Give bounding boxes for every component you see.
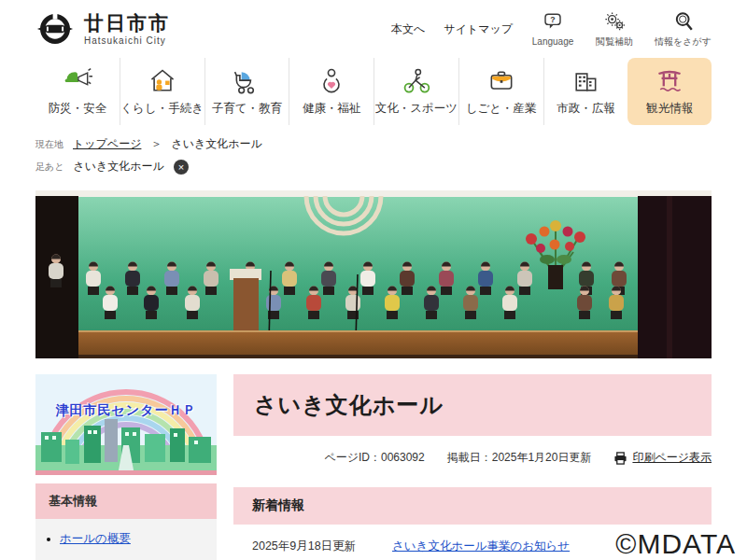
accessibility-label: 閲覧補助	[596, 35, 633, 49]
footprint-row: 足あと さいき文化ホール ×	[35, 159, 712, 175]
nav-label: 子育て・教育	[212, 101, 282, 117]
page-meta-row: ページID：0063092 掲載日：2025年1月20日更新 印刷ページ表示	[233, 450, 712, 466]
main-nav: 防災・安全 くらし・手続き 子育て・教育	[35, 58, 712, 125]
helmet-megaphone-icon	[61, 66, 94, 96]
search-button[interactable]: 情報をさがす	[655, 10, 712, 49]
hero-photo	[35, 190, 712, 358]
print-page-link[interactable]: 印刷ページ表示	[613, 450, 712, 466]
mdata-watermark: ©MDATA	[615, 528, 736, 560]
content-area: 津田市民センターＨＰ 基本情報 ホールの概要 ホールの利用 さいき文化ホール	[35, 374, 712, 560]
footprint-item: さいき文化ホール	[73, 159, 163, 175]
footprint-label: 足あと	[35, 161, 63, 174]
nav-shisei-koho[interactable]: 市政・広報	[543, 58, 628, 125]
svg-text:?: ?	[550, 15, 555, 24]
city-name-en: Hatsukaichi City	[84, 35, 170, 46]
nav-shigoto-sangyo[interactable]: しごと・産業	[458, 58, 543, 125]
buildings-icon	[569, 66, 602, 96]
breadcrumb-home-link[interactable]: トップページ	[73, 136, 141, 152]
site-logo[interactable]: 廿日市市 Hatsukaichi City	[35, 9, 170, 49]
stroller-icon	[230, 66, 263, 96]
news-section-title: 新着情報	[233, 487, 712, 525]
city-emblem-icon	[35, 9, 75, 49]
breadcrumb-current: さいき文化ホール	[171, 136, 261, 152]
language-icon: ?	[542, 11, 564, 34]
search-icon	[672, 10, 695, 33]
breadcrumb-location-label: 現在地	[35, 138, 63, 151]
house-icon	[146, 66, 179, 96]
briefcase-icon	[485, 66, 518, 96]
sidebar-menu: ホールの概要 ホールの利用	[35, 519, 217, 560]
language-label: Language	[532, 36, 574, 47]
nav-kosodate-kyoiku[interactable]: 子育て・教育	[204, 58, 289, 125]
nav-bousai-anzen[interactable]: 防災・安全	[35, 58, 120, 125]
nav-bunka-sports[interactable]: 文化・スポーツ	[374, 58, 458, 125]
heart-care-icon	[315, 66, 348, 96]
sidebar-link-hall-overview[interactable]: ホールの概要	[60, 532, 131, 545]
page-id: ページID：0063092	[324, 450, 424, 466]
news-date: 2025年9月18日更新	[252, 539, 372, 554]
skip-to-content-link[interactable]: 本文へ	[391, 21, 425, 37]
page-title: さいき文化ホール	[254, 390, 691, 420]
bicycle-icon	[400, 66, 433, 96]
print-page-label: 印刷ページ表示	[632, 450, 712, 466]
header-utilities: 本文へ サイトマップ ? Language	[391, 10, 712, 49]
nav-label: しごと・産業	[466, 101, 537, 117]
accessibility-button[interactable]: 閲覧補助	[593, 10, 636, 49]
breadcrumb: 現在地 トップページ ＞ さいき文化ホール 足あと さいき文化ホール ×	[35, 136, 712, 175]
center-hp-banner-text: 津田市民センターＨＰ	[35, 402, 217, 419]
footprint-close-icon[interactable]: ×	[174, 160, 189, 175]
nav-label: 健康・福祉	[303, 101, 361, 117]
gears-icon	[603, 10, 626, 33]
news-link-hall-jigyo[interactable]: さいき文化ホール事業のお知らせ	[392, 539, 570, 554]
search-label: 情報をさがす	[655, 35, 712, 49]
page-title-band: さいき文化ホール	[233, 374, 712, 436]
city-name: 廿日市市	[84, 12, 170, 34]
breadcrumb-separator: ＞	[150, 136, 162, 152]
site-header: 廿日市市 Hatsukaichi City 本文へ サイトマップ ? Langu…	[0, 0, 747, 58]
nav-kenko-fukushi[interactable]: 健康・福祉	[289, 58, 374, 125]
nav-label: 観光情報	[646, 101, 693, 117]
nav-label: 文化・スポーツ	[375, 101, 458, 117]
language-button[interactable]: ? Language	[531, 11, 574, 47]
nav-label: 市政・広報	[557, 101, 615, 117]
publish-date: 掲載日：2025年1月20日更新	[447, 450, 592, 466]
page: 廿日市市 Hatsukaichi City 本文へ サイトマップ ? Langu…	[0, 0, 747, 560]
sitemap-link[interactable]: サイトマップ	[444, 21, 513, 37]
nav-kurashi-tetsuzuki[interactable]: くらし・手続き	[120, 58, 204, 125]
sidebar-section-title: 基本情報	[35, 483, 217, 519]
sidebar: 津田市民センターＨＰ 基本情報 ホールの概要 ホールの利用	[35, 374, 217, 560]
rainbow-town-illustration	[35, 374, 217, 475]
nav-label: くらし・手続き	[120, 101, 204, 117]
nav-label: 防災・安全	[49, 101, 107, 117]
torii-icon	[653, 66, 686, 96]
stage-photo-illustration	[35, 190, 712, 358]
printer-icon	[613, 452, 627, 465]
center-hp-banner[interactable]: 津田市民センターＨＰ	[35, 374, 217, 475]
sidebar-list-item: ホールの概要	[60, 531, 207, 547]
nav-kanko-joho[interactable]: 観光情報	[627, 58, 712, 125]
